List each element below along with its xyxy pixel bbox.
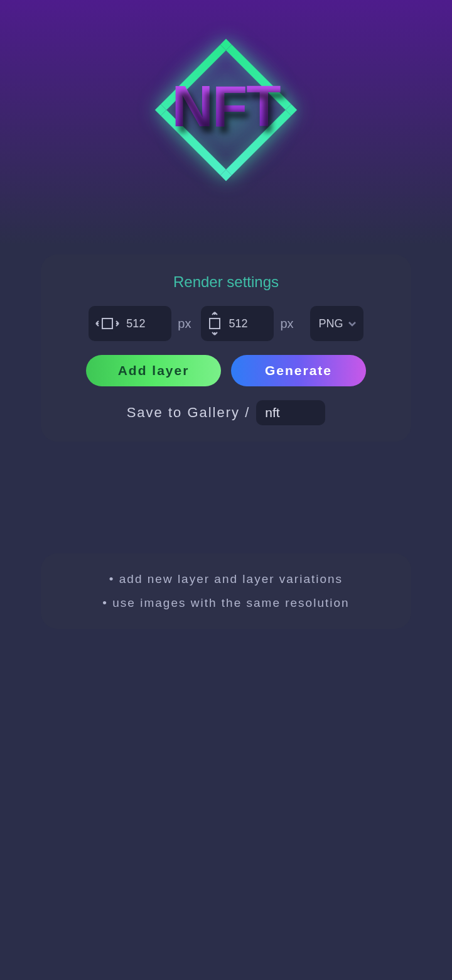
- dimensions-row: px px PNG: [57, 306, 395, 341]
- height-icon: [207, 311, 222, 336]
- add-layer-button[interactable]: Add layer: [86, 355, 221, 386]
- tip-line-2: • use images with the same resolution: [53, 591, 399, 615]
- tip-line-1: • add new layer and layer variations: [53, 567, 399, 591]
- format-select[interactable]: PNG: [310, 306, 363, 341]
- width-input[interactable]: [126, 317, 164, 330]
- save-label: Save to Gallery /: [127, 405, 250, 421]
- panel-title: Render settings: [57, 273, 395, 291]
- svg-rect-1: [210, 318, 220, 329]
- width-icon: [95, 316, 120, 331]
- logo-text: NFT: [172, 74, 281, 139]
- width-field[interactable]: [89, 306, 171, 341]
- save-folder-input[interactable]: [265, 405, 316, 420]
- tips-panel: • add new layer and layer variations • u…: [41, 553, 411, 629]
- save-folder-field[interactable]: [256, 400, 325, 425]
- generate-button[interactable]: Generate: [231, 355, 366, 386]
- chevron-down-icon: [347, 318, 357, 329]
- render-settings-panel: Render settings px px PNG: [41, 254, 411, 442]
- app-logo: NFT: [0, 25, 452, 195]
- height-input[interactable]: [229, 317, 266, 330]
- button-row: Add layer Generate: [57, 355, 395, 386]
- format-selected: PNG: [319, 317, 343, 330]
- save-row: Save to Gallery /: [57, 400, 395, 425]
- height-field[interactable]: [201, 306, 274, 341]
- svg-rect-0: [102, 318, 112, 329]
- height-unit: px: [280, 317, 293, 331]
- width-unit: px: [178, 317, 191, 331]
